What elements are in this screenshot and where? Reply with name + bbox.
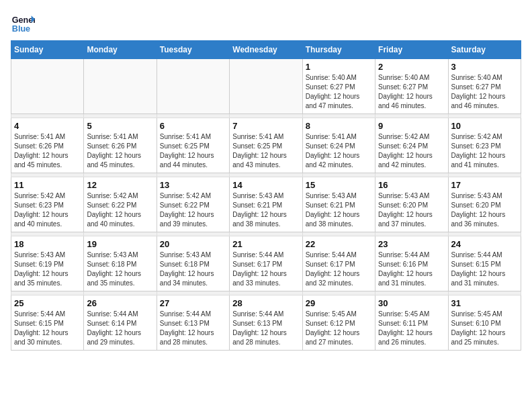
day-info: Sunrise: 5:45 AM Sunset: 6:10 PM Dayligh… (451, 310, 518, 347)
day-info: Sunrise: 5:44 AM Sunset: 6:15 PM Dayligh… (451, 250, 518, 288)
calendar-cell: 27Sunrise: 5:44 AM Sunset: 6:13 PM Dayli… (157, 295, 229, 351)
day-number: 24 (451, 239, 518, 249)
day-info: Sunrise: 5:44 AM Sunset: 6:17 PM Dayligh… (232, 250, 299, 288)
day-info: Sunrise: 5:43 AM Sunset: 6:21 PM Dayligh… (232, 191, 299, 229)
day-info: Sunrise: 5:40 AM Sunset: 6:27 PM Dayligh… (451, 73, 518, 111)
day-info: Sunrise: 5:44 AM Sunset: 6:13 PM Dayligh… (232, 310, 299, 347)
calendar-cell: 29Sunrise: 5:45 AM Sunset: 6:12 PM Dayli… (302, 295, 375, 351)
calendar: SundayMondayTuesdayWednesdayThursdayFrid… (11, 40, 521, 351)
day-number: 4 (14, 121, 81, 131)
calendar-cell: 25Sunrise: 5:44 AM Sunset: 6:15 PM Dayli… (11, 295, 84, 351)
calendar-cell: 3Sunrise: 5:40 AM Sunset: 6:27 PM Daylig… (448, 59, 521, 114)
calendar-cell: 21Sunrise: 5:44 AM Sunset: 6:17 PM Dayli… (230, 236, 302, 291)
calendar-cell: 16Sunrise: 5:43 AM Sunset: 6:20 PM Dayli… (375, 177, 448, 232)
calendar-cell: 10Sunrise: 5:42 AM Sunset: 6:23 PM Dayli… (448, 118, 521, 173)
logo-icon: General Blue (11, 11, 35, 35)
calendar-cell: 6Sunrise: 5:41 AM Sunset: 6:25 PM Daylig… (157, 118, 229, 173)
day-number: 18 (14, 239, 81, 249)
day-info: Sunrise: 5:44 AM Sunset: 6:16 PM Dayligh… (378, 250, 445, 288)
day-info: Sunrise: 5:44 AM Sunset: 6:15 PM Dayligh… (14, 310, 81, 347)
calendar-cell: 30Sunrise: 5:45 AM Sunset: 6:11 PM Dayli… (375, 295, 448, 351)
calendar-cell: 20Sunrise: 5:43 AM Sunset: 6:18 PM Dayli… (157, 236, 229, 291)
day-info: Sunrise: 5:41 AM Sunset: 6:25 PM Dayligh… (232, 132, 299, 170)
day-number: 26 (87, 298, 153, 308)
day-number: 21 (232, 239, 299, 249)
calendar-week-row: 25Sunrise: 5:44 AM Sunset: 6:15 PM Dayli… (11, 295, 521, 351)
day-number: 29 (306, 298, 372, 308)
day-number: 9 (378, 121, 445, 131)
day-number: 1 (306, 62, 372, 72)
day-number: 12 (87, 180, 153, 190)
calendar-cell: 22Sunrise: 5:44 AM Sunset: 6:17 PM Dayli… (302, 236, 375, 291)
day-number: 17 (451, 180, 518, 190)
calendar-cell: 23Sunrise: 5:44 AM Sunset: 6:16 PM Dayli… (375, 236, 448, 291)
calendar-cell: 31Sunrise: 5:45 AM Sunset: 6:10 PM Dayli… (448, 295, 521, 351)
calendar-cell: 12Sunrise: 5:42 AM Sunset: 6:22 PM Dayli… (84, 177, 157, 232)
day-number: 3 (451, 62, 518, 72)
day-info: Sunrise: 5:43 AM Sunset: 6:20 PM Dayligh… (451, 191, 518, 229)
header: General Blue (11, 11, 521, 35)
day-info: Sunrise: 5:42 AM Sunset: 6:22 PM Dayligh… (160, 191, 226, 229)
day-number: 6 (160, 121, 226, 131)
calendar-week-row: 11Sunrise: 5:42 AM Sunset: 6:23 PM Dayli… (11, 177, 521, 232)
calendar-cell: 19Sunrise: 5:43 AM Sunset: 6:18 PM Dayli… (84, 236, 157, 291)
day-info: Sunrise: 5:41 AM Sunset: 6:24 PM Dayligh… (306, 132, 372, 170)
day-number: 22 (306, 239, 372, 249)
day-info: Sunrise: 5:42 AM Sunset: 6:23 PM Dayligh… (14, 191, 81, 229)
day-number: 25 (14, 298, 81, 308)
day-info: Sunrise: 5:44 AM Sunset: 6:13 PM Dayligh… (160, 310, 226, 347)
calendar-cell: 7Sunrise: 5:41 AM Sunset: 6:25 PM Daylig… (230, 118, 302, 173)
calendar-cell: 8Sunrise: 5:41 AM Sunset: 6:24 PM Daylig… (302, 118, 375, 173)
day-number: 23 (378, 239, 445, 249)
day-number: 7 (232, 121, 299, 131)
day-number: 8 (306, 121, 372, 131)
day-number: 20 (160, 239, 226, 249)
day-info: Sunrise: 5:43 AM Sunset: 6:18 PM Dayligh… (87, 250, 153, 288)
calendar-cell: 4Sunrise: 5:41 AM Sunset: 6:26 PM Daylig… (11, 118, 84, 173)
calendar-cell: 1Sunrise: 5:40 AM Sunset: 6:27 PM Daylig… (302, 59, 375, 114)
day-number: 28 (232, 298, 299, 308)
day-info: Sunrise: 5:40 AM Sunset: 6:27 PM Dayligh… (306, 73, 372, 111)
day-of-week-header: Sunday (11, 41, 84, 59)
calendar-week-row: 18Sunrise: 5:43 AM Sunset: 6:19 PM Dayli… (11, 236, 521, 291)
day-info: Sunrise: 5:44 AM Sunset: 6:14 PM Dayligh… (87, 310, 153, 347)
calendar-cell: 5Sunrise: 5:41 AM Sunset: 6:26 PM Daylig… (84, 118, 157, 173)
day-info: Sunrise: 5:45 AM Sunset: 6:11 PM Dayligh… (378, 310, 445, 347)
day-number: 19 (87, 239, 153, 249)
day-info: Sunrise: 5:43 AM Sunset: 6:20 PM Dayligh… (378, 191, 445, 229)
day-info: Sunrise: 5:44 AM Sunset: 6:17 PM Dayligh… (306, 250, 372, 288)
calendar-cell (84, 59, 157, 114)
calendar-cell: 24Sunrise: 5:44 AM Sunset: 6:15 PM Dayli… (448, 236, 521, 291)
day-of-week-header: Monday (84, 41, 157, 59)
day-of-week-header: Thursday (302, 41, 375, 59)
day-info: Sunrise: 5:41 AM Sunset: 6:25 PM Dayligh… (160, 132, 226, 170)
day-info: Sunrise: 5:42 AM Sunset: 6:24 PM Dayligh… (378, 132, 445, 170)
logo: General Blue (11, 11, 35, 35)
day-of-week-header: Friday (375, 41, 448, 59)
day-info: Sunrise: 5:40 AM Sunset: 6:27 PM Dayligh… (378, 73, 445, 111)
calendar-cell: 18Sunrise: 5:43 AM Sunset: 6:19 PM Dayli… (11, 236, 84, 291)
calendar-cell: 11Sunrise: 5:42 AM Sunset: 6:23 PM Dayli… (11, 177, 84, 232)
calendar-cell: 28Sunrise: 5:44 AM Sunset: 6:13 PM Dayli… (230, 295, 302, 351)
calendar-header-row: SundayMondayTuesdayWednesdayThursdayFrid… (11, 41, 521, 59)
day-number: 14 (232, 180, 299, 190)
day-number: 30 (378, 298, 445, 308)
day-info: Sunrise: 5:41 AM Sunset: 6:26 PM Dayligh… (14, 132, 81, 170)
day-of-week-header: Tuesday (157, 41, 229, 59)
calendar-week-row: 1Sunrise: 5:40 AM Sunset: 6:27 PM Daylig… (11, 59, 521, 114)
svg-text:Blue: Blue (12, 24, 30, 34)
day-number: 10 (451, 121, 518, 131)
day-info: Sunrise: 5:45 AM Sunset: 6:12 PM Dayligh… (306, 310, 372, 347)
day-info: Sunrise: 5:42 AM Sunset: 6:23 PM Dayligh… (451, 132, 518, 170)
day-number: 31 (451, 298, 518, 308)
day-number: 16 (378, 180, 445, 190)
calendar-week-row: 4Sunrise: 5:41 AM Sunset: 6:26 PM Daylig… (11, 118, 521, 173)
day-info: Sunrise: 5:42 AM Sunset: 6:22 PM Dayligh… (87, 191, 153, 229)
day-number: 15 (306, 180, 372, 190)
day-info: Sunrise: 5:41 AM Sunset: 6:26 PM Dayligh… (87, 132, 153, 170)
calendar-cell: 2Sunrise: 5:40 AM Sunset: 6:27 PM Daylig… (375, 59, 448, 114)
calendar-cell: 17Sunrise: 5:43 AM Sunset: 6:20 PM Dayli… (448, 177, 521, 232)
calendar-cell: 26Sunrise: 5:44 AM Sunset: 6:14 PM Dayli… (84, 295, 157, 351)
calendar-cell: 13Sunrise: 5:42 AM Sunset: 6:22 PM Dayli… (157, 177, 229, 232)
calendar-cell: 14Sunrise: 5:43 AM Sunset: 6:21 PM Dayli… (230, 177, 302, 232)
